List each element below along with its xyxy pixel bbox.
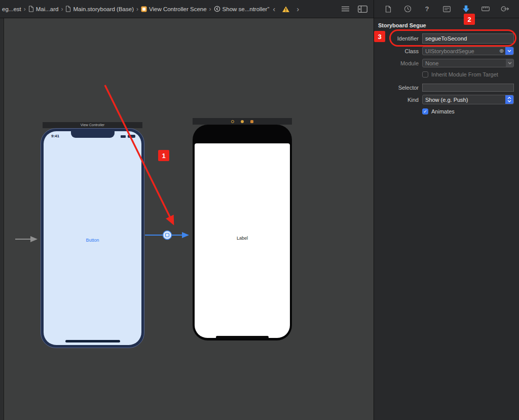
- home-indicator: [216, 336, 269, 338]
- breadcrumb-segue[interactable]: Show se...ntroller”: [214, 6, 270, 12]
- chevron-down-icon: [507, 50, 511, 52]
- chevron-up-down-icon: [507, 97, 511, 102]
- check-icon: ✓: [423, 109, 427, 114]
- breadcrumb-label: Show se...ntroller”: [223, 6, 270, 12]
- attributes-inspector-icon: [462, 5, 470, 13]
- breadcrumb-separator: ›: [136, 6, 138, 13]
- view-controller-left-screen[interactable]: 9:41 Button: [44, 131, 141, 345]
- notch: [71, 131, 115, 138]
- scene-icon: [141, 6, 147, 12]
- view-controller-right[interactable]: Label: [193, 125, 292, 340]
- chevron-down-icon: [508, 62, 512, 64]
- module-row: Module None: [374, 59, 514, 67]
- segue-icon: [214, 6, 220, 12]
- module-popup[interactable]: None: [422, 59, 514, 67]
- kind-popup[interactable]: Show (e.g. Push): [422, 95, 514, 104]
- connections-inspector-icon: [501, 6, 509, 12]
- breadcrumb-label: View Controller Scene: [149, 6, 207, 12]
- tab-file-inspector[interactable]: [383, 4, 394, 15]
- section-title: Storyboard Segue: [378, 22, 426, 28]
- ui-button[interactable]: Button: [44, 238, 141, 243]
- storyboard-canvas[interactable]: View Controller 9:41 Button Label: [0, 18, 374, 420]
- selector-label: Selector: [374, 85, 419, 91]
- status-bar-battery-icon: [128, 135, 135, 138]
- module-label: Module: [374, 60, 419, 66]
- document-icon: [28, 6, 34, 12]
- warning-icon: [282, 6, 290, 13]
- scene-dock[interactable]: [193, 118, 292, 125]
- breadcrumb-separator: ›: [24, 6, 26, 13]
- navigator-edge-strip: [0, 18, 4, 420]
- editor-list-button[interactable]: [342, 6, 349, 12]
- class-dropdown-button[interactable]: [505, 47, 513, 55]
- module-value: None: [423, 60, 506, 66]
- file-inspector-icon: [385, 6, 391, 13]
- annotation-badge-2: 2: [464, 14, 475, 25]
- tab-attributes-inspector-selected[interactable]: [461, 4, 472, 15]
- inspector-tab-bar: ?: [374, 0, 519, 18]
- status-bar-time: 9:41: [51, 134, 59, 138]
- module-dropdown-button[interactable]: [506, 59, 513, 67]
- kind-stepper-button[interactable]: [505, 95, 513, 104]
- ui-label[interactable]: Label: [195, 236, 290, 241]
- scene-title-bar[interactable]: View Controller: [43, 122, 142, 128]
- animates-row: ✓ Animates: [374, 108, 514, 115]
- breadcrumb-scene[interactable]: View Controller Scene: [141, 6, 207, 12]
- identifier-input[interactable]: [422, 33, 514, 44]
- tab-quick-help-inspector[interactable]: ?: [422, 4, 433, 15]
- view-controller-right-screen[interactable]: Label: [195, 143, 290, 338]
- segue-badge[interactable]: [163, 231, 172, 240]
- class-add-icon[interactable]: ⊕: [498, 48, 505, 54]
- class-row: Class UIStoryboardSegue ⊕: [374, 47, 514, 55]
- quick-help-icon: ?: [425, 5, 429, 13]
- size-inspector-icon: [481, 7, 490, 11]
- breadcrumb-label: eg...est: [2, 6, 21, 12]
- animates-checkbox[interactable]: ✓: [422, 108, 428, 114]
- class-value: UIStoryboardSegue: [423, 48, 498, 54]
- breadcrumb-storyboard-file[interactable]: Main.storyboard (Base): [65, 6, 134, 12]
- tab-size-inspector[interactable]: [480, 4, 491, 15]
- inherit-module-label: Inherit Module From Target: [431, 71, 498, 78]
- document-icon: [65, 6, 71, 12]
- class-label: Class: [374, 48, 419, 54]
- status-bar-signal-icon: [121, 135, 126, 138]
- list-lines-icon: [342, 6, 349, 12]
- view-controller-left[interactable]: 9:41 Button: [41, 128, 144, 348]
- annotation-badge-3: 3: [374, 31, 385, 42]
- class-combobox[interactable]: UIStoryboardSegue ⊕: [422, 47, 514, 55]
- breadcrumb-project[interactable]: eg...est: [2, 6, 21, 12]
- home-indicator: [65, 340, 120, 342]
- segue-badge-glyph: [166, 234, 169, 237]
- scene-dock-exit-icon[interactable]: [250, 120, 253, 123]
- inherit-module-checkbox[interactable]: [422, 71, 428, 78]
- attributes-inspector-panel: Storyboard Segue Identifier Class UIStor…: [374, 18, 519, 420]
- identifier-row: Identifier: [374, 33, 514, 44]
- jump-bar: eg...est › Mai...ard › Main.storyboard (…: [0, 0, 374, 18]
- history-inspector-icon: [404, 5, 412, 13]
- annotation-badge-1: 1: [158, 150, 169, 161]
- kind-label: Kind: [374, 97, 419, 103]
- adjust-editor-button[interactable]: [358, 6, 367, 13]
- editor-layout-icon: [358, 6, 367, 13]
- tab-history-inspector[interactable]: [402, 4, 413, 15]
- tab-identity-inspector[interactable]: [441, 4, 452, 15]
- forward-button[interactable]: ›: [295, 5, 300, 13]
- identity-inspector-icon: [443, 6, 451, 12]
- selector-input[interactable]: [422, 84, 514, 92]
- tab-connections-inspector[interactable]: [500, 4, 511, 15]
- toolbar: eg...est › Mai...ard › Main.storyboard (…: [0, 0, 519, 18]
- scene-title: View Controller: [81, 123, 104, 127]
- breadcrumb-separator: ›: [209, 6, 211, 13]
- back-button[interactable]: ‹: [272, 5, 276, 13]
- selector-row: Selector: [374, 83, 514, 92]
- kind-value: Show (e.g. Push): [423, 97, 505, 103]
- warning-badge[interactable]: [282, 6, 290, 13]
- scene-dock-first-responder-icon[interactable]: [241, 120, 244, 123]
- kind-row: Kind Show (e.g. Push): [374, 95, 514, 104]
- inherit-module-row: Inherit Module From Target: [374, 71, 514, 78]
- breadcrumb-group[interactable]: Mai...ard: [28, 6, 59, 12]
- breadcrumb-label: Mai...ard: [36, 6, 59, 12]
- scene-dock-vc-icon[interactable]: [231, 120, 234, 123]
- animates-label: Animates: [431, 108, 455, 114]
- breadcrumb-label: Main.storyboard (Base): [73, 6, 134, 12]
